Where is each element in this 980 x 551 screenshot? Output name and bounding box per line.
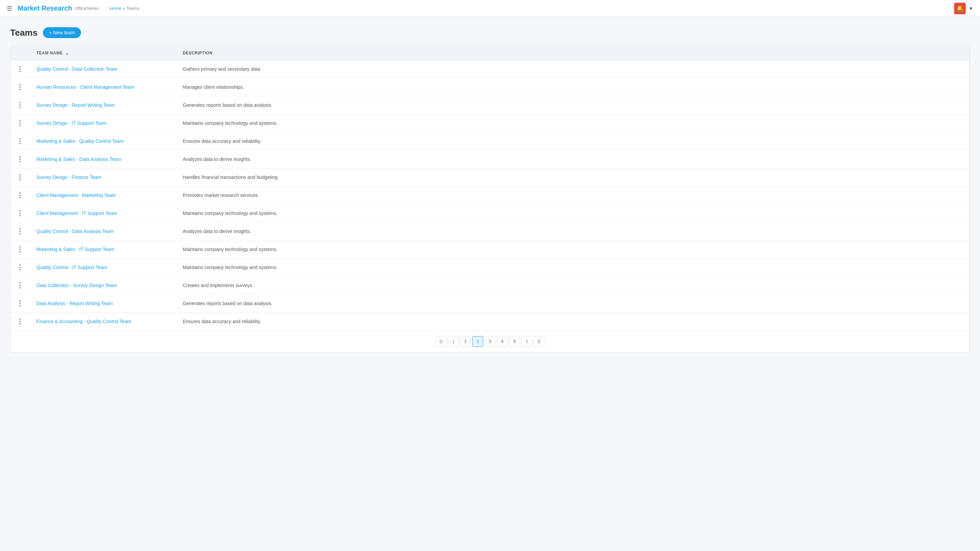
team-name-link[interactable]: Survey Design - Finance Team [37, 175, 102, 180]
main-content: Teams + New team TEAM NAME ▵ DESCRIPTION… [0, 17, 980, 363]
team-name-link[interactable]: Quality Control - IT Support Team [37, 265, 107, 270]
row-menu-button[interactable] [16, 155, 24, 163]
row-team-name-cell: Data Analysis - Report Writing Team [31, 294, 177, 312]
team-name-link[interactable]: Survey Design - IT Support Team [37, 121, 107, 126]
row-menu-button[interactable] [16, 281, 24, 289]
team-name-link[interactable]: Data Analysis - Report Writing Team [37, 301, 113, 306]
row-description-cell: Maintains company technology and systems… [177, 114, 969, 132]
table-row: Data Analysis - Report Writing TeamGener… [11, 294, 969, 312]
row-actions-cell [11, 312, 31, 330]
teams-table-container: TEAM NAME ▵ DESCRIPTION Quality Control … [10, 46, 970, 353]
row-menu-button[interactable] [16, 227, 24, 235]
breadcrumb-home[interactable]: Home [110, 6, 122, 11]
table-row: Marketing & Sales - Quality Control Team… [11, 132, 969, 150]
pagination-page-1-button[interactable]: 1 [460, 336, 471, 347]
row-menu-button[interactable] [16, 173, 24, 181]
row-actions-cell [11, 258, 31, 276]
row-menu-button[interactable] [16, 245, 24, 253]
row-description-cell: Analyzes data to derive insights. [177, 150, 969, 168]
page-header: Teams + New team [10, 27, 970, 38]
pagination-page-3-button[interactable]: 3 [485, 336, 495, 347]
row-team-name-cell: Marketing & Sales - Quality Control Team [31, 132, 177, 150]
header-actions: 🔔 ▼ [954, 3, 973, 14]
row-actions-cell [11, 78, 31, 96]
pagination-page-5-button[interactable]: 5 [509, 336, 520, 347]
row-menu-button[interactable] [16, 299, 24, 308]
row-description-cell: Maintains company technology and systems… [177, 240, 969, 258]
team-name-link[interactable]: Marketing & Sales - Quality Control Team [37, 138, 124, 144]
row-description-cell: Maintains company technology and systems… [177, 204, 969, 222]
new-team-button[interactable]: + New team [43, 27, 81, 38]
table-row: Quality Control - IT Support TeamMaintai… [11, 258, 969, 276]
table-row: Quality Control - Data Collection TeamGa… [11, 60, 969, 78]
row-description-cell: Ensures data accuracy and reliability. [177, 312, 969, 330]
pagination-page-4-button[interactable]: 4 [497, 336, 508, 347]
table-row: Client Management - IT Support TeamMaint… [11, 204, 969, 222]
row-menu-button[interactable] [16, 83, 24, 91]
user-dropdown-button[interactable]: ▼ [969, 6, 973, 11]
table-row: Finance & Accounting - Quality Control T… [11, 312, 969, 330]
notifications-button[interactable]: 🔔 [954, 3, 966, 14]
col-description: DESCRIPTION [177, 47, 969, 60]
team-name-link[interactable]: Quality Control - Data Analysis Team [37, 229, 114, 234]
table-row: Survey Design - Finance TeamHandles fina… [11, 168, 969, 186]
team-name-link[interactable]: Marketing & Sales - Data Analysis Team [37, 156, 121, 162]
row-menu-button[interactable] [16, 191, 24, 199]
table-row: Client Management - Marketing TeamPromot… [11, 186, 969, 204]
row-menu-button[interactable] [16, 65, 24, 73]
pagination-cell: ⟨⟨⟨12345⟩⟩⟩ [11, 330, 969, 353]
row-actions-cell [11, 150, 31, 168]
row-menu-button[interactable] [16, 137, 24, 145]
pagination-prev-button[interactable]: ⟨ [448, 336, 459, 347]
app-subtitle: OfficeSeries [75, 6, 99, 11]
breadcrumb: Home » Teams [110, 6, 140, 11]
team-name-link[interactable]: Client Management - IT Support Team [37, 211, 117, 216]
table-row: Quality Control - Data Analysis TeamAnal… [11, 222, 969, 240]
row-actions-cell [11, 60, 31, 78]
row-actions-cell [11, 222, 31, 240]
row-team-name-cell: Quality Control - Data Collection Team [31, 60, 177, 78]
app-title[interactable]: Market Research [18, 5, 72, 12]
row-menu-button[interactable] [16, 119, 24, 127]
col-actions [11, 47, 31, 60]
filter-icon[interactable]: ▵ [66, 51, 68, 56]
row-actions-cell [11, 240, 31, 258]
row-menu-button[interactable] [16, 318, 24, 326]
pagination-page-2-button[interactable]: 2 [472, 336, 483, 347]
row-description-cell: Gathers primary and secondary data. [177, 60, 969, 78]
team-name-link[interactable]: Survey Design - Report Writing Team [37, 102, 115, 108]
row-description-cell: Generates reports based on data analysis… [177, 294, 969, 312]
row-description-cell: Maintains company technology and systems… [177, 258, 969, 276]
row-team-name-cell: Marketing & Sales - Data Analysis Team [31, 150, 177, 168]
row-team-name-cell: Quality Control - Data Analysis Team [31, 222, 177, 240]
row-actions-cell [11, 294, 31, 312]
row-actions-cell [11, 132, 31, 150]
team-name-link[interactable]: Client Management - Marketing Team [37, 192, 116, 198]
menu-icon[interactable]: ☰ [7, 5, 12, 12]
team-name-link[interactable]: Quality Control - Data Collection Team [37, 66, 118, 72]
table-row: Human Resources - Client Management Team… [11, 78, 969, 96]
row-actions-cell [11, 96, 31, 114]
pagination-first-button[interactable]: ⟨⟨ [436, 336, 447, 347]
team-name-link[interactable]: Marketing & Sales - IT Support Team [37, 246, 115, 252]
row-team-name-cell: Finance & Accounting - Quality Control T… [31, 312, 177, 330]
row-menu-button[interactable] [16, 209, 24, 218]
table-header: TEAM NAME ▵ DESCRIPTION [11, 47, 969, 60]
row-actions-cell [11, 168, 31, 186]
teams-table: TEAM NAME ▵ DESCRIPTION Quality Control … [11, 47, 969, 353]
team-name-link[interactable]: Data Collection - Survey Design Team [37, 283, 117, 288]
row-team-name-cell: Survey Design - IT Support Team [31, 114, 177, 132]
breadcrumb-current: Teams [127, 6, 140, 11]
row-team-name-cell: Quality Control - IT Support Team [31, 258, 177, 276]
row-description-cell: Handles financial transactions and budge… [177, 168, 969, 186]
row-team-name-cell: Client Management - Marketing Team [31, 186, 177, 204]
pagination-next-button[interactable]: ⟩ [521, 336, 532, 347]
row-description-cell: Creates and implements surveys. [177, 276, 969, 294]
team-name-link[interactable]: Human Resources - Client Management Team [37, 84, 134, 90]
table-row: Data Collection - Survey Design TeamCrea… [11, 276, 969, 294]
row-menu-button[interactable] [16, 101, 24, 109]
team-name-link[interactable]: Finance & Accounting - Quality Control T… [37, 319, 131, 324]
row-menu-button[interactable] [16, 263, 24, 272]
pagination-last-button[interactable]: ⟩⟩ [533, 336, 544, 347]
pagination: ⟨⟨⟨12345⟩⟩⟩ [16, 336, 964, 347]
